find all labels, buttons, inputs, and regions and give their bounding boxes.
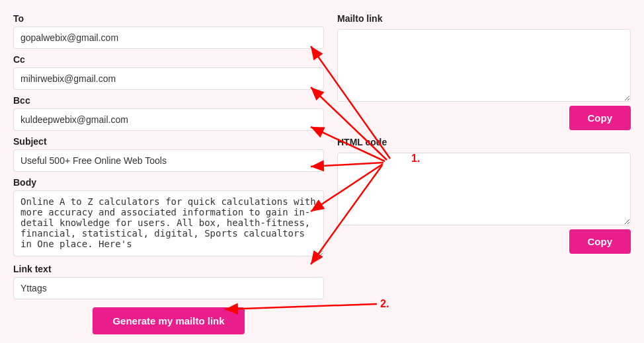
mailto-label: Mailto link — [337, 13, 631, 24]
html-label: HTML code — [337, 137, 631, 147]
link-text-label: Link text — [13, 264, 324, 274]
bcc-field-group: Bcc — [13, 95, 324, 131]
subject-input[interactable] — [13, 149, 324, 172]
cc-label: Cc — [13, 54, 324, 65]
right-panel: Mailto link Copy HTML code Copy — [337, 13, 631, 334]
left-panel: To Cc Bcc Subject Body Online A to Z cal… — [13, 13, 324, 334]
bcc-input[interactable] — [13, 108, 324, 131]
to-field-group: To — [13, 13, 324, 49]
mailto-section: Mailto link Copy — [337, 13, 631, 130]
to-input[interactable] — [13, 26, 324, 49]
cc-input[interactable] — [13, 67, 324, 90]
link-text-field-group: Link text — [13, 264, 324, 299]
copy-mailto-button[interactable]: Copy — [569, 106, 631, 130]
html-section: HTML code Copy — [337, 137, 631, 254]
body-label: Body — [13, 177, 324, 188]
copy-html-button[interactable]: Copy — [569, 229, 631, 254]
body-textarea[interactable]: Online A to Z calculators for quick calc… — [13, 190, 324, 256]
mailto-output-block: Copy — [337, 29, 631, 130]
to-label: To — [13, 13, 324, 24]
subject-label: Subject — [13, 136, 324, 147]
link-text-input[interactable] — [13, 277, 324, 299]
cc-field-group: Cc — [13, 54, 324, 90]
subject-field-group: Subject — [13, 136, 324, 172]
html-output-textarea[interactable] — [337, 153, 631, 225]
body-field-group: Body Online A to Z calculators for quick… — [13, 177, 324, 258]
bcc-label: Bcc — [13, 95, 324, 106]
mailto-output-textarea[interactable] — [337, 29, 631, 102]
generate-button[interactable]: Generate my mailto link — [93, 307, 244, 334]
html-output-block: Copy — [337, 153, 631, 254]
